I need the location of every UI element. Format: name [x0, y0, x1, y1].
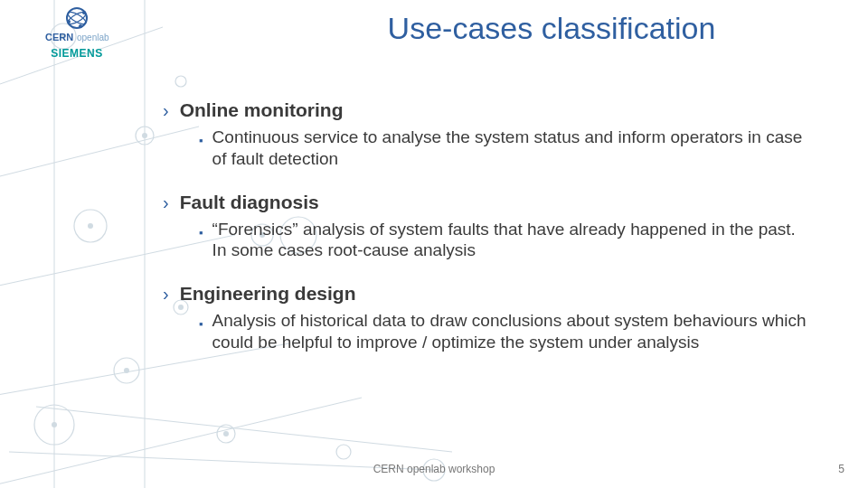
slide: CERN openlab SIEMENS Use-cases classific… — [0, 0, 868, 488]
list-item-title: Engineering design — [180, 283, 356, 305]
svg-point-27 — [52, 422, 57, 427]
slide-title: Use-cases classification — [271, 11, 832, 46]
list-item-title: Fault diagnosis — [180, 192, 319, 213]
svg-point-11 — [74, 210, 107, 242]
list-subitem-text: Analysis of historical data to draw conc… — [212, 310, 814, 353]
list-item: › Fault diagnosis ▪ “Forensics” analysis… — [163, 192, 814, 262]
list-subitem-text: “Forensics” analysis of system faults th… — [212, 219, 814, 262]
list-item: › Online monitoring ▪ Continuous service… — [163, 99, 814, 170]
svg-point-28 — [223, 431, 229, 436]
svg-point-22 — [142, 133, 147, 138]
page-number: 5 — [838, 463, 844, 475]
list-item-head: › Online monitoring — [163, 99, 814, 121]
logo-block: CERN openlab SIEMENS — [27, 5, 127, 60]
list-subitem: ▪ “Forensics” analysis of system faults … — [199, 219, 814, 262]
square-bullet-icon: ▪ — [199, 225, 203, 241]
list-item-head: › Engineering design — [163, 283, 814, 305]
svg-point-16 — [34, 405, 74, 445]
square-bullet-icon: ▪ — [199, 133, 203, 149]
list-item-title: Online monitoring — [180, 99, 344, 121]
square-bullet-icon: ▪ — [199, 316, 203, 333]
list-item: › Engineering design ▪ Analysis of histo… — [163, 283, 814, 353]
svg-point-34 — [79, 24, 82, 28]
svg-point-15 — [114, 358, 139, 383]
svg-point-32 — [82, 11, 86, 14]
svg-point-26 — [124, 368, 129, 373]
content-area: › Online monitoring ▪ Continuous service… — [163, 99, 814, 375]
list-subitem: ▪ Continuous service to analyse the syst… — [199, 127, 814, 170]
chevron-right-icon: › — [163, 285, 169, 303]
svg-point-20 — [175, 76, 186, 87]
svg-point-10 — [136, 127, 154, 145]
list-item-head: › Fault diagnosis — [163, 192, 814, 213]
siemens-logo-text: SIEMENS — [27, 47, 127, 60]
svg-point-18 — [336, 445, 351, 459]
logo-text-cern: CERN — [45, 32, 73, 42]
cern-openlab-logo: CERN openlab — [27, 5, 127, 45]
svg-point-17 — [217, 425, 235, 443]
chevron-right-icon: › — [163, 193, 169, 211]
logo-text-openlab: openlab — [77, 33, 109, 42]
svg-point-23 — [88, 223, 93, 229]
svg-point-33 — [67, 20, 71, 23]
svg-line-8 — [36, 407, 452, 452]
list-subitem: ▪ Analysis of historical data to draw co… — [199, 310, 814, 353]
footer-text: CERN openlab workshop — [0, 463, 868, 475]
chevron-right-icon: › — [163, 101, 169, 119]
list-subitem-text: Continuous service to analyse the system… — [212, 127, 814, 170]
